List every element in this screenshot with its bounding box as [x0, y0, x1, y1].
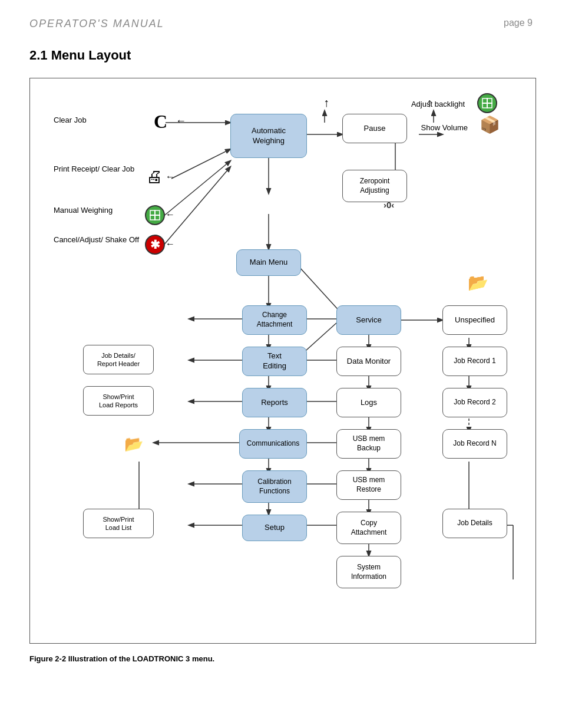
manual-weighing-label: Manual Weighing — [54, 205, 113, 216]
clear-icon: C — [154, 111, 167, 133]
system-info-box: SystemInformation — [336, 556, 401, 588]
manual-weighing-icon — [145, 205, 165, 225]
show-print-load-label-box: Show/PrintLoad Reports — [83, 386, 154, 416]
manual-title: OPERATOR'S MANUAL — [29, 18, 164, 30]
show-volume-label: Show Volume — [421, 123, 468, 133]
reports-box: Reports — [242, 388, 307, 417]
job-record-1-box: Job Record 1 — [442, 347, 507, 376]
print-receipt-label: Print Receipt/ Clear Job — [54, 164, 134, 174]
automatic-weighing-box: AutomaticWeighing — [230, 114, 307, 158]
manual-arrow: ← — [166, 209, 175, 220]
printer-icon: 🖨 — [146, 167, 163, 186]
printer-arrow: ← — [166, 172, 175, 182]
up-arrow-1: ↑ — [323, 96, 329, 110]
job-record-2-box: Job Record 2 — [442, 388, 507, 417]
volume-icon: 📦 — [480, 115, 500, 134]
copy-attachment-box: CopyAttachment — [336, 512, 401, 544]
service-box: Service — [336, 305, 401, 335]
menu-layout-diagram: ›0‹ Clear Job Print Receipt/ Clear Job M… — [29, 78, 536, 644]
calibration-box: CalibrationFunctions — [242, 470, 307, 503]
svg-line-5 — [171, 149, 230, 179]
cancel-arrow: ← — [166, 239, 175, 249]
left-arrow-c: ← — [176, 115, 186, 127]
setup-box: Setup — [242, 515, 307, 541]
data-monitor-box: Data Monitor — [336, 347, 401, 376]
show-print-list-label-box: Show/PrintLoad List — [83, 509, 154, 538]
logs-box: Logs — [336, 388, 401, 417]
communications-box: Communications — [239, 429, 307, 459]
backlight-icon — [477, 93, 497, 113]
job-record-n-box: Job Record N — [442, 429, 507, 459]
section-heading: 2.1 Menu Layout — [29, 48, 533, 63]
unspecified-box: Unspecified — [442, 305, 507, 335]
files-icon-mid: 📂 — [124, 435, 143, 453]
page-number: page 9 — [504, 18, 533, 28]
adjust-backlight-label: Adjust backlight — [411, 99, 465, 110]
figure-caption: Figure 2-2 Illustration of the LOADTRONI… — [29, 654, 533, 663]
zeropoint-box: ZeropointAdjusting — [342, 170, 407, 202]
up-arrow-2: ↑ — [427, 96, 432, 110]
usb-backup-box: USB memBackup — [336, 429, 401, 459]
job-details-box: Job Details — [442, 509, 507, 538]
cancel-adjust-label: Cancel/Adjust/ Shake Off — [54, 235, 139, 245]
text-editing-box: TextEditing — [242, 347, 307, 376]
clear-job-label: Clear Job — [54, 115, 87, 126]
svg-line-6 — [163, 161, 230, 217]
pause-box: Pause — [342, 114, 407, 143]
main-menu-box: Main Menu — [236, 249, 301, 276]
cancel-icon: ✱ — [145, 235, 165, 255]
files-icon-top: 📂 — [468, 273, 488, 292]
change-attachment-box: ChangeAttachment — [242, 305, 307, 335]
job-details-report-label-box: Job Details/Report Header — [83, 345, 154, 374]
usb-restore-box: USB memRestore — [336, 470, 401, 500]
